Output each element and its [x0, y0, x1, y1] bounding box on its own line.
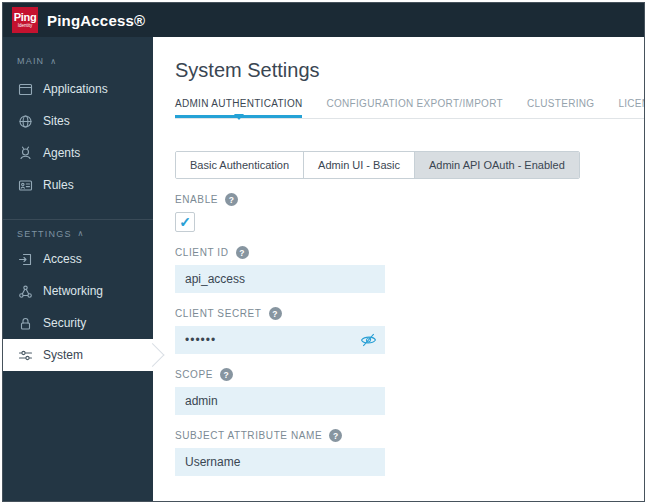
tab-admin-authentication[interactable]: ADMIN AUTHENTICATION	[175, 98, 302, 118]
sidebar-item-label: Access	[43, 252, 82, 266]
field-label: ENABLE	[175, 194, 218, 205]
sidebar: MAIN ∧ Applications Sites Agents	[3, 37, 153, 501]
client-id-label-row: CLIENT ID ?	[175, 246, 644, 259]
field-label: CLIENT ID	[175, 247, 229, 258]
enable-label-row: ENABLE ?	[175, 193, 644, 206]
logo-secondary-text: Identity	[18, 24, 33, 29]
product-name: PingAccess®	[47, 12, 145, 29]
client-secret-input[interactable]	[175, 326, 385, 354]
sidebar-item-agents[interactable]: Agents	[3, 137, 153, 169]
networking-icon	[17, 284, 33, 299]
system-icon	[17, 348, 33, 363]
rules-icon	[17, 178, 33, 193]
client-id-input[interactable]	[175, 265, 385, 293]
section-label: MAIN	[17, 56, 44, 66]
sites-icon	[17, 114, 33, 129]
client-secret-label-row: CLIENT SECRET ?	[175, 307, 644, 320]
scope-field: SCOPE ?	[175, 368, 644, 415]
chevron-up-icon: ∧	[78, 229, 85, 238]
client-secret-field: CLIENT SECRET ?	[175, 307, 644, 354]
subtab-admin-ui-basic[interactable]: Admin UI - Basic	[304, 152, 415, 178]
agents-icon	[17, 146, 33, 161]
chevron-up-icon: ∧	[50, 57, 57, 66]
sidebar-section-settings[interactable]: SETTINGS ∧	[3, 219, 153, 243]
sidebar-item-rules[interactable]: Rules	[3, 169, 153, 201]
auth-method-button-group: Basic Authentication Admin UI - Basic Ad…	[175, 151, 580, 179]
client-secret-input-wrap	[175, 326, 385, 354]
enable-checkbox[interactable]: ✓	[175, 212, 195, 232]
sidebar-item-label: Rules	[43, 178, 74, 192]
section-label: SETTINGS	[17, 229, 72, 239]
subject-attribute-label-row: SUBJECT ATTRIBUTE NAME ?	[175, 429, 644, 442]
sidebar-item-networking[interactable]: Networking	[3, 275, 153, 307]
sidebar-item-security[interactable]: Security	[3, 307, 153, 339]
access-icon	[17, 252, 33, 267]
enable-field: ENABLE ? ✓	[175, 193, 644, 232]
sidebar-item-label: Sites	[43, 114, 70, 128]
security-icon	[17, 316, 33, 331]
sidebar-item-access[interactable]: Access	[3, 243, 153, 275]
scope-label-row: SCOPE ?	[175, 368, 644, 381]
help-icon[interactable]: ?	[236, 246, 249, 259]
field-label: CLIENT SECRET	[175, 308, 262, 319]
ping-identity-logo[interactable]: Ping Identity	[12, 7, 38, 33]
sidebar-item-label: Agents	[43, 146, 80, 160]
scope-input[interactable]	[175, 387, 385, 415]
app-window: Ping Identity PingAccess® MAIN ∧ Applica…	[2, 2, 645, 502]
help-icon[interactable]: ?	[225, 193, 238, 206]
sidebar-item-system[interactable]: System	[3, 339, 153, 371]
help-icon[interactable]: ?	[220, 368, 233, 381]
checkbox-check-icon: ✓	[179, 215, 191, 229]
sidebar-item-label: Networking	[43, 284, 103, 298]
subject-attribute-name-input[interactable]	[175, 448, 385, 476]
sidebar-item-label: Security	[43, 316, 86, 330]
sidebar-item-label: System	[43, 348, 83, 362]
field-label: SCOPE	[175, 369, 213, 380]
main-content: System Settings ADMIN AUTHENTICATION CON…	[153, 37, 644, 501]
help-icon[interactable]: ?	[329, 429, 342, 442]
field-label: SUBJECT ATTRIBUTE NAME	[175, 430, 322, 441]
sidebar-item-applications[interactable]: Applications	[3, 73, 153, 105]
tab-clustering[interactable]: CLUSTERING	[527, 98, 594, 118]
tab-bar: ADMIN AUTHENTICATION CONFIGURATION EXPOR…	[175, 98, 644, 119]
tab-configuration-export-import[interactable]: CONFIGURATION EXPORT/IMPORT	[326, 98, 502, 118]
client-id-field: CLIENT ID ?	[175, 246, 644, 293]
eye-slash-icon[interactable]	[359, 334, 378, 347]
sidebar-item-sites[interactable]: Sites	[3, 105, 153, 137]
logo-primary-text: Ping	[14, 12, 37, 23]
subject-attribute-name-field: SUBJECT ATTRIBUTE NAME ?	[175, 429, 644, 476]
sidebar-section-main[interactable]: MAIN ∧	[3, 49, 153, 73]
topbar: Ping Identity PingAccess®	[3, 3, 644, 37]
help-icon[interactable]: ?	[269, 307, 282, 320]
subtab-admin-api-oauth[interactable]: Admin API OAuth - Enabled	[415, 152, 579, 178]
tab-license[interactable]: LICENSE	[618, 98, 645, 118]
sidebar-item-label: Applications	[43, 82, 108, 96]
page-title: System Settings	[175, 59, 644, 82]
applications-icon	[17, 82, 33, 97]
subtab-basic-authentication[interactable]: Basic Authentication	[176, 152, 304, 178]
